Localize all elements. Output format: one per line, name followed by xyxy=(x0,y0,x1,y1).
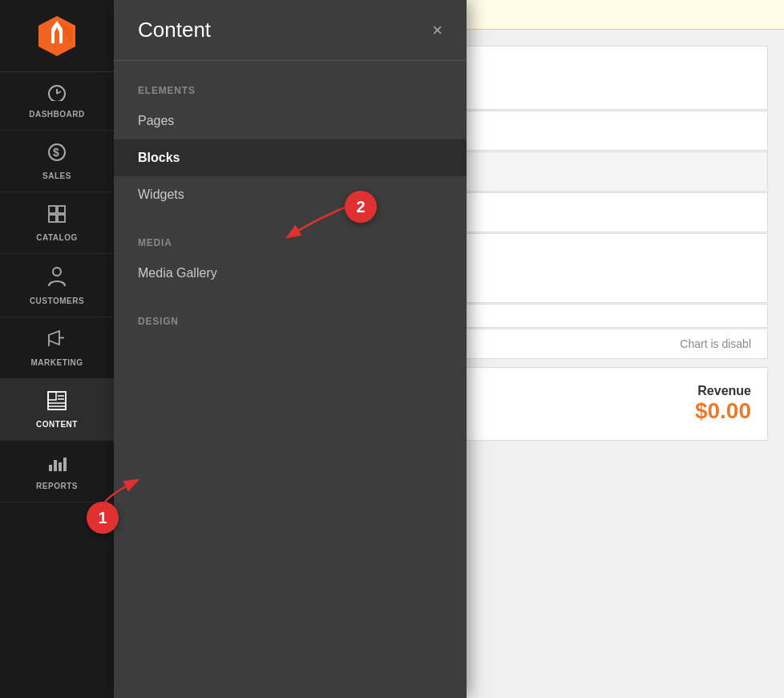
magento-logo-icon xyxy=(35,14,79,58)
panel-item-blocks[interactable]: Blocks xyxy=(114,139,467,176)
svg-rect-18 xyxy=(54,460,57,471)
svg-rect-20 xyxy=(63,458,67,471)
panel-close-button[interactable]: × xyxy=(432,22,443,39)
marketing-icon xyxy=(46,329,67,354)
svg-rect-19 xyxy=(59,462,62,471)
sidebar-label-reports: REPORTS xyxy=(36,482,78,490)
sidebar-item-marketing[interactable]: MARKETING xyxy=(0,317,114,379)
sidebar-label-dashboard: DASHBOARD xyxy=(29,110,85,119)
panel-item-pages[interactable]: Pages xyxy=(114,103,467,139)
sidebar-item-reports[interactable]: REPORTS xyxy=(0,441,114,502)
sidebar-logo xyxy=(0,0,114,72)
content-panel: Content × Elements Pages Blocks Widgets … xyxy=(114,0,467,698)
chart-disabled-text: Chart is disabl xyxy=(680,337,751,350)
section-label-media: Media xyxy=(114,229,467,255)
panel-item-widgets[interactable]: Widgets xyxy=(114,176,467,213)
panel-item-media-gallery[interactable]: Media Gallery xyxy=(114,255,467,292)
svg-rect-5 xyxy=(49,215,56,222)
sidebar-item-customers[interactable]: CUSTOMERS xyxy=(0,254,114,317)
sidebar: DASHBOARD $ SALES CATALOG xyxy=(0,0,114,698)
panel-body: Elements Pages Blocks Widgets Media Medi… xyxy=(114,61,467,349)
svg-rect-17 xyxy=(49,465,52,471)
sidebar-label-marketing: MARKETING xyxy=(30,358,83,367)
sidebar-label-customers: CUSTOMERS xyxy=(30,297,84,305)
sidebar-label-content: CONTENT xyxy=(36,420,78,429)
panel-header: Content × xyxy=(114,0,467,61)
svg-rect-4 xyxy=(58,206,65,213)
sales-icon: $ xyxy=(48,142,66,167)
catalog-icon xyxy=(46,204,67,229)
reports-icon xyxy=(46,452,67,478)
sidebar-label-sales: SALES xyxy=(42,171,71,180)
svg-marker-8 xyxy=(49,331,59,345)
section-label-design: Design xyxy=(114,308,467,333)
svg-rect-12 xyxy=(48,392,56,400)
svg-rect-6 xyxy=(58,215,65,222)
sidebar-item-dashboard[interactable]: DASHBOARD xyxy=(0,72,114,131)
sidebar-item-sales[interactable]: $ SALES xyxy=(0,131,114,192)
section-label-elements: Elements xyxy=(114,77,467,103)
svg-point-7 xyxy=(53,268,61,276)
callout-2: 2 xyxy=(345,191,377,223)
sidebar-item-content[interactable]: CONTENT xyxy=(0,379,114,441)
content-icon xyxy=(46,390,67,416)
panel-title: Content xyxy=(138,18,211,42)
sidebar-item-catalog[interactable]: CATALOG xyxy=(0,192,114,254)
svg-text:$: $ xyxy=(53,146,59,159)
customers-icon xyxy=(47,265,67,293)
dashboard-icon xyxy=(46,83,67,106)
callout-1: 1 xyxy=(87,502,119,534)
svg-rect-3 xyxy=(49,206,56,213)
sidebar-label-catalog: CATALOG xyxy=(36,233,77,242)
